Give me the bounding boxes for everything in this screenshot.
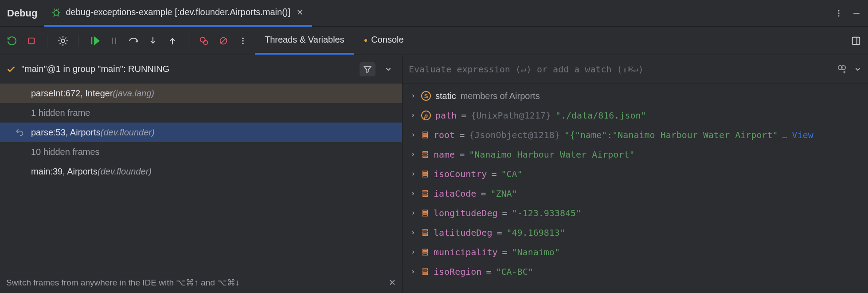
variables-pane: Sstatic members of Airportsppath = {Unix…: [403, 55, 868, 293]
show-breakpoints-icon[interactable]: [57, 35, 69, 47]
chevron-right-icon[interactable]: [411, 210, 417, 216]
frames-pane: "main"@1 in group "main": RUNNING parseI…: [0, 55, 403, 293]
tab-console[interactable]: ● Console: [354, 27, 414, 55]
chevron-down-icon[interactable]: [854, 65, 862, 73]
equals-sign: =: [502, 247, 508, 257]
add-watch-button[interactable]: [836, 63, 848, 75]
equals-sign: =: [486, 266, 491, 277]
equals-sign: =: [497, 227, 502, 238]
debug-toolbar: Threads & Variables ● Console: [0, 27, 868, 55]
variable-value: "Nanaimo": [512, 247, 560, 257]
hidden-frames-label: 10 hidden frames: [31, 147, 100, 157]
toolbar-more-icon[interactable]: [237, 35, 249, 47]
tab-threads-variables[interactable]: Threads & Variables: [255, 27, 354, 55]
variable-value: "CA": [501, 169, 522, 179]
chevron-right-icon[interactable]: [411, 171, 417, 177]
tool-window-title: Debug: [4, 8, 44, 19]
svg-point-11: [242, 43, 243, 44]
property-badge-icon: p: [421, 111, 431, 120]
chevron-right-icon[interactable]: [411, 152, 417, 157]
variable-value: "49.169813": [507, 227, 565, 238]
variable-row[interactable]: root = {JsonObject@1218} "{"name":"Nanai…: [403, 125, 868, 145]
chevron-right-icon[interactable]: [411, 93, 417, 99]
debug-header: Debug debug-exceptions-example [:dev.flo…: [0, 0, 868, 27]
variable-name: longitudeDeg: [434, 208, 498, 218]
frame-package: (dev.flounder): [98, 166, 152, 177]
stack-frame[interactable]: parse:53, Airports (dev.flounder): [0, 123, 402, 142]
variable-row[interactable]: longitudeDeg = "-123.933845": [403, 203, 868, 223]
view-breakpoints-button[interactable]: [198, 35, 210, 47]
svg-rect-28: [423, 213, 428, 214]
thread-selector[interactable]: "main"@1 in group "main": RUNNING: [0, 55, 402, 83]
variable-value: "./data/816.json": [555, 110, 646, 121]
variable-value: "{"name":"Nanaimo Harbour Water Airport": [564, 130, 778, 140]
chevron-right-icon[interactable]: [411, 249, 417, 255]
static-badge-icon: S: [421, 91, 431, 101]
variable-row[interactable]: ppath = {UnixPath@1217} "./data/816.json…: [403, 106, 868, 125]
run-config-tab[interactable]: debug-exceptions-example [:dev.flounder.…: [44, 0, 312, 27]
variable-row[interactable]: iataCode = "ZNA": [403, 184, 868, 203]
minimize-icon[interactable]: [852, 9, 861, 18]
mute-breakpoints-button[interactable]: [218, 35, 229, 47]
variable-name: path: [435, 110, 457, 121]
layout-settings-icon[interactable]: [850, 35, 862, 47]
variable-name: static: [435, 91, 456, 101]
close-tab-button[interactable]: ✕: [295, 8, 305, 17]
variable-row[interactable]: municipality = "Nanaimo": [403, 242, 868, 262]
chevron-down-icon[interactable]: [381, 65, 396, 73]
bug-icon: [51, 8, 61, 17]
variable-row[interactable]: isoCountry = "CA": [403, 164, 868, 184]
more-icon[interactable]: [834, 9, 843, 18]
svg-rect-37: [423, 271, 428, 273]
svg-rect-32: [423, 234, 428, 236]
field-icon: [421, 267, 429, 276]
field-icon: [421, 131, 429, 139]
hidden-frames-row[interactable]: 1 hidden frame: [0, 103, 402, 123]
svg-rect-4: [29, 38, 35, 44]
variable-name: isoCountry: [434, 169, 487, 179]
svg-rect-21: [423, 171, 428, 172]
chevron-right-icon[interactable]: [411, 269, 417, 274]
filter-frames-button[interactable]: [360, 62, 375, 76]
step-over-button[interactable]: [128, 35, 139, 47]
svg-rect-22: [423, 174, 428, 175]
variable-row[interactable]: isoRegion = "CA-BC": [403, 262, 868, 281]
variable-row[interactable]: name = "Nanaimo Harbour Water Airport": [403, 145, 868, 164]
equals-sign: =: [461, 110, 466, 121]
stop-button[interactable]: [26, 35, 37, 47]
svg-point-3: [838, 15, 839, 16]
svg-rect-12: [852, 37, 860, 44]
view-link[interactable]: View: [792, 130, 813, 140]
svg-rect-16: [423, 135, 428, 136]
svg-point-10: [242, 40, 243, 41]
chevron-right-icon[interactable]: [411, 191, 417, 196]
hidden-frames-row[interactable]: 10 hidden frames: [0, 142, 402, 162]
svg-rect-30: [423, 230, 428, 231]
variable-secondary: members of Airports: [461, 91, 540, 101]
chevron-right-icon[interactable]: [411, 113, 417, 118]
stack-frame[interactable]: main:39, Airports (dev.flounder): [0, 162, 402, 181]
rerun-button[interactable]: [6, 35, 18, 47]
variable-value: "ZNA": [490, 188, 517, 199]
frame-package: (dev.flounder): [101, 127, 155, 138]
svg-rect-33: [423, 249, 428, 250]
svg-rect-31: [423, 232, 428, 234]
step-out-button[interactable]: [167, 35, 178, 47]
chevron-right-icon[interactable]: [411, 132, 417, 138]
chevron-right-icon[interactable]: [411, 230, 417, 235]
variable-row[interactable]: latitudeDeg = "49.169813": [403, 223, 868, 242]
svg-point-7: [203, 40, 207, 44]
variable-name: root: [434, 130, 455, 140]
frame-package: (java.lang): [113, 88, 154, 99]
stack-frame[interactable]: parseInt:672, Integer (java.lang): [0, 83, 402, 103]
evaluate-input[interactable]: [409, 64, 830, 75]
step-into-button[interactable]: [147, 35, 159, 47]
variable-row[interactable]: Sstatic members of Airports: [403, 86, 868, 106]
field-icon: [421, 209, 429, 218]
frame-location: main:39, Airports: [31, 166, 98, 177]
tab-console-label: Console: [371, 35, 403, 45]
close-hint-button[interactable]: ✕: [389, 277, 396, 288]
pause-button[interactable]: [108, 35, 120, 47]
thread-status-text: "main"@1 in group "main": RUNNING: [21, 64, 169, 74]
resume-button[interactable]: [89, 35, 100, 47]
